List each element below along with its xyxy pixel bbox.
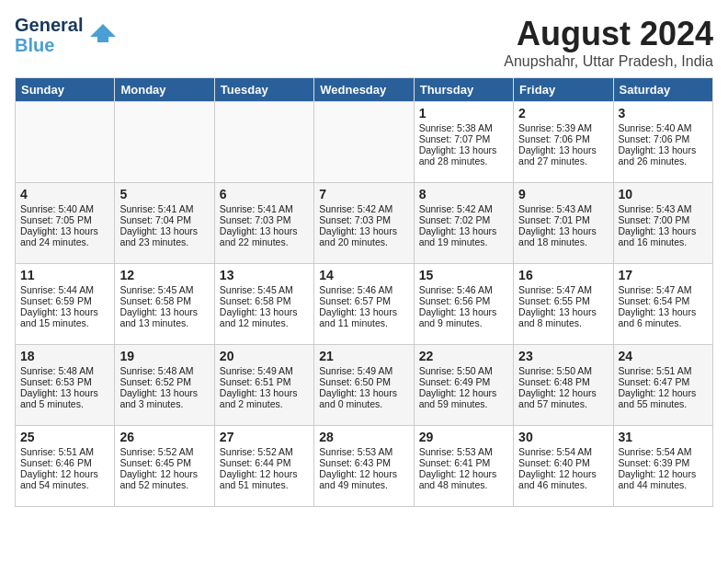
day-info: Sunset: 6:52 PM [119, 376, 209, 387]
day-info: Sunrise: 5:38 AM [419, 122, 508, 133]
day-info: Sunrise: 5:42 AM [319, 203, 408, 214]
day-info: and 59 minutes. [419, 398, 508, 409]
day-info: Sunset: 6:49 PM [419, 376, 508, 387]
day-info: Sunset: 6:46 PM [20, 457, 109, 468]
calendar-week-5: 25Sunrise: 5:51 AMSunset: 6:46 PMDayligh… [16, 426, 713, 507]
day-info: Daylight: 13 hours [518, 144, 608, 155]
day-info: Sunrise: 5:46 AM [419, 284, 508, 295]
calendar-cell: 2Sunrise: 5:39 AMSunset: 7:06 PMDaylight… [514, 102, 613, 183]
day-info: Sunrise: 5:51 AM [20, 446, 109, 457]
calendar-cell [115, 102, 214, 183]
day-info: Sunrise: 5:45 AM [220, 284, 309, 295]
day-number: 31 [619, 430, 708, 444]
day-info: Sunrise: 5:47 AM [619, 284, 708, 295]
day-info: and 57 minutes. [518, 398, 608, 409]
calendar-cell: 20Sunrise: 5:49 AMSunset: 6:51 PMDayligh… [214, 345, 313, 426]
day-number: 18 [20, 349, 109, 363]
day-info: Sunrise: 5:53 AM [419, 446, 508, 457]
day-info: and 11 minutes. [319, 317, 408, 328]
day-info: Sunrise: 5:54 AM [518, 446, 608, 457]
day-info: Sunset: 6:39 PM [619, 457, 708, 468]
day-info: Daylight: 13 hours [119, 387, 209, 398]
day-info: Sunrise: 5:40 AM [619, 122, 708, 133]
day-info: Sunrise: 5:48 AM [20, 365, 109, 376]
day-info: Sunset: 6:40 PM [518, 457, 608, 468]
calendar-cell: 31Sunrise: 5:54 AMSunset: 6:39 PMDayligh… [613, 426, 712, 507]
calendar-cell: 7Sunrise: 5:42 AMSunset: 7:03 PMDaylight… [314, 183, 414, 264]
day-info: Daylight: 13 hours [319, 225, 408, 236]
calendar-week-3: 11Sunrise: 5:44 AMSunset: 6:59 PMDayligh… [16, 264, 713, 345]
day-info: Daylight: 13 hours [220, 306, 309, 317]
day-header-tuesday: Tuesday [214, 78, 313, 102]
day-info: Daylight: 13 hours [619, 144, 708, 155]
day-number: 4 [20, 187, 109, 201]
calendar-cell: 17Sunrise: 5:47 AMSunset: 6:54 PMDayligh… [613, 264, 712, 345]
day-header-friday: Friday [514, 78, 613, 102]
calendar-week-1: 1Sunrise: 5:38 AMSunset: 7:07 PMDaylight… [16, 102, 713, 183]
day-number: 6 [220, 187, 309, 201]
day-header-wednesday: Wednesday [314, 78, 414, 102]
day-info: Sunrise: 5:54 AM [619, 446, 708, 457]
day-info: Daylight: 13 hours [518, 306, 608, 317]
calendar-cell: 26Sunrise: 5:52 AMSunset: 6:45 PMDayligh… [115, 426, 214, 507]
day-info: and 51 minutes. [220, 479, 309, 490]
calendar-cell: 16Sunrise: 5:47 AMSunset: 6:55 PMDayligh… [514, 264, 613, 345]
day-info: and 12 minutes. [220, 317, 309, 328]
day-info: and 5 minutes. [20, 398, 109, 409]
calendar-week-2: 4Sunrise: 5:40 AMSunset: 7:05 PMDaylight… [16, 183, 713, 264]
day-info: and 8 minutes. [518, 317, 608, 328]
day-info: Sunset: 6:48 PM [518, 376, 608, 387]
day-info: and 48 minutes. [419, 479, 508, 490]
day-info: Daylight: 12 hours [119, 468, 209, 479]
day-number: 9 [518, 187, 608, 201]
logo: General Blue [15, 15, 116, 55]
logo-general: General [15, 15, 83, 35]
day-info: Daylight: 13 hours [20, 306, 109, 317]
day-info: Sunset: 7:03 PM [319, 214, 408, 225]
day-number: 8 [419, 187, 508, 201]
calendar-cell: 4Sunrise: 5:40 AMSunset: 7:05 PMDaylight… [16, 183, 115, 264]
day-number: 26 [119, 430, 209, 444]
day-info: and 52 minutes. [119, 479, 209, 490]
day-number: 23 [518, 349, 608, 363]
day-info: Daylight: 13 hours [319, 306, 408, 317]
day-info: Sunset: 7:07 PM [419, 133, 508, 144]
day-number: 2 [518, 106, 608, 121]
logo-blue: Blue [15, 35, 54, 55]
day-info: Daylight: 13 hours [518, 225, 608, 236]
svg-marker-0 [90, 24, 116, 42]
day-info: and 44 minutes. [619, 479, 708, 490]
day-info: Sunset: 6:59 PM [20, 295, 109, 306]
day-info: Daylight: 12 hours [220, 468, 309, 479]
calendar-table: SundayMondayTuesdayWednesdayThursdayFrid… [15, 77, 713, 507]
day-info: Sunset: 6:50 PM [319, 376, 408, 387]
day-info: Sunrise: 5:50 AM [518, 365, 608, 376]
calendar-cell: 25Sunrise: 5:51 AMSunset: 6:46 PMDayligh… [16, 426, 115, 507]
day-info: Sunset: 6:45 PM [119, 457, 209, 468]
day-info: Sunset: 6:54 PM [619, 295, 708, 306]
day-info: Sunset: 7:00 PM [619, 214, 708, 225]
day-header-sunday: Sunday [16, 78, 115, 102]
day-number: 22 [419, 349, 508, 363]
day-number: 1 [419, 106, 508, 121]
day-info: Sunrise: 5:42 AM [419, 203, 508, 214]
day-info: Sunrise: 5:40 AM [20, 203, 109, 214]
day-info: Sunrise: 5:51 AM [619, 365, 708, 376]
day-info: and 18 minutes. [518, 236, 608, 247]
calendar-cell: 8Sunrise: 5:42 AMSunset: 7:02 PMDaylight… [414, 183, 513, 264]
logo-icon [90, 20, 116, 50]
day-info: Sunset: 6:53 PM [20, 376, 109, 387]
day-info: Daylight: 13 hours [619, 225, 708, 236]
day-number: 10 [619, 187, 708, 201]
day-info: Sunrise: 5:46 AM [319, 284, 408, 295]
day-info: Daylight: 13 hours [419, 225, 508, 236]
calendar-cell: 15Sunrise: 5:46 AMSunset: 6:56 PMDayligh… [414, 264, 513, 345]
day-info: Daylight: 13 hours [20, 387, 109, 398]
day-number: 25 [20, 430, 109, 444]
calendar-week-4: 18Sunrise: 5:48 AMSunset: 6:53 PMDayligh… [16, 345, 713, 426]
day-info: and 19 minutes. [419, 236, 508, 247]
day-info: Sunrise: 5:44 AM [20, 284, 109, 295]
calendar-cell: 10Sunrise: 5:43 AMSunset: 7:00 PMDayligh… [613, 183, 712, 264]
day-info: Sunrise: 5:48 AM [119, 365, 209, 376]
day-number: 11 [20, 268, 109, 282]
